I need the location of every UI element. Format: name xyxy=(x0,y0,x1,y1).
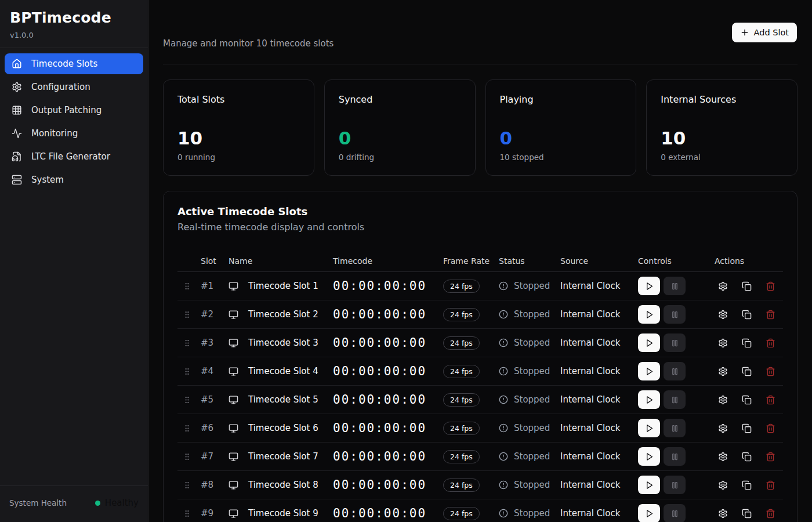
delete-button[interactable] xyxy=(766,423,775,433)
duplicate-button[interactable] xyxy=(742,395,752,405)
alert-circle-icon xyxy=(499,395,508,404)
delete-button[interactable] xyxy=(766,367,775,376)
sidebar-item-timecode-slots[interactable]: Timecode Slots xyxy=(5,53,143,74)
play-button[interactable] xyxy=(638,334,660,352)
slot-name-cell: Timecode Slot 4 xyxy=(224,366,328,376)
drag-handle[interactable] xyxy=(177,310,196,319)
sidebar-item-configuration[interactable]: Configuration xyxy=(5,77,143,97)
sidebar-nav: Timecode Slots Configuration Output Patc… xyxy=(0,48,148,195)
stat-sub: 0 running xyxy=(177,153,300,162)
play-button[interactable] xyxy=(638,476,660,494)
delete-button[interactable] xyxy=(766,395,775,405)
sidebar: BPTimecode v1.0.0 Timecode Slots Configu… xyxy=(0,0,148,522)
play-button[interactable] xyxy=(638,419,660,437)
stat-sub: 0 external xyxy=(661,153,783,162)
stat-card-synced: Synced 0 0 drifting xyxy=(324,79,476,176)
trash-icon xyxy=(766,395,775,405)
drag-handle[interactable] xyxy=(177,282,196,291)
play-button[interactable] xyxy=(638,277,660,295)
pause-button[interactable] xyxy=(664,334,686,352)
drag-handle[interactable] xyxy=(177,367,196,376)
pause-button[interactable] xyxy=(664,362,686,380)
pause-button[interactable] xyxy=(664,390,686,409)
play-icon xyxy=(645,481,654,490)
pause-button[interactable] xyxy=(664,504,686,522)
duplicate-button[interactable] xyxy=(742,480,752,490)
pause-button[interactable] xyxy=(664,447,686,466)
timecode-display: 00:00:00:00 xyxy=(328,279,438,293)
alert-circle-icon xyxy=(499,338,508,347)
settings-button[interactable] xyxy=(718,310,728,320)
status-text: Stopped xyxy=(514,394,550,405)
frame-rate-cell: 24 fps xyxy=(438,478,494,492)
drag-handle[interactable] xyxy=(177,339,196,347)
copy-icon xyxy=(742,423,752,433)
trash-icon xyxy=(766,310,775,320)
pause-button[interactable] xyxy=(664,419,686,437)
status-text: Stopped xyxy=(514,366,550,376)
settings-button[interactable] xyxy=(718,509,728,519)
stat-card-internal-sources: Internal Sources 10 0 external xyxy=(646,79,798,176)
sidebar-item-label: Output Patching xyxy=(31,105,102,115)
column-header-controls: Controls xyxy=(633,256,710,266)
settings-button[interactable] xyxy=(718,480,728,490)
settings-button[interactable] xyxy=(718,395,728,405)
drag-handle[interactable] xyxy=(177,424,196,433)
sidebar-item-output-patching[interactable]: Output Patching xyxy=(5,100,143,121)
delete-button[interactable] xyxy=(766,452,775,462)
settings-button[interactable] xyxy=(718,452,728,462)
status-text: Stopped xyxy=(514,423,550,433)
sidebar-item-monitoring[interactable]: Monitoring xyxy=(5,123,143,144)
delete-button[interactable] xyxy=(766,281,775,291)
duplicate-button[interactable] xyxy=(742,423,752,433)
slot-name-cell: Timecode Slot 3 xyxy=(224,338,328,348)
sidebar-item-ltc-file-generator[interactable]: LTC File Generator xyxy=(5,146,143,167)
play-button[interactable] xyxy=(638,390,660,409)
sidebar-item-system[interactable]: System xyxy=(5,169,143,190)
grip-vertical-icon xyxy=(183,424,191,433)
play-button[interactable] xyxy=(638,305,660,324)
stat-card-total-slots: Total Slots 10 0 running xyxy=(163,79,314,176)
controls-cell xyxy=(633,476,710,494)
stat-cards: Total Slots 10 0 running Synced 0 0 drif… xyxy=(163,79,798,176)
pause-button[interactable] xyxy=(664,305,686,324)
duplicate-button[interactable] xyxy=(742,452,752,462)
duplicate-button[interactable] xyxy=(742,367,752,376)
drag-handle[interactable] xyxy=(177,509,196,518)
settings-button[interactable] xyxy=(718,423,728,433)
drag-handle[interactable] xyxy=(177,452,196,461)
server-icon xyxy=(12,175,22,185)
delete-button[interactable] xyxy=(766,509,775,519)
delete-button[interactable] xyxy=(766,480,775,490)
duplicate-button[interactable] xyxy=(742,281,752,291)
table-row: #5 Timecode Slot 5 00:00:00:00 24 fps St… xyxy=(177,386,783,414)
settings-button[interactable] xyxy=(718,338,728,348)
table-header-row: Slot Name Timecode Frame Rate Status Sou… xyxy=(177,250,783,272)
app-version: v1.0.0 xyxy=(10,31,139,39)
pause-button[interactable] xyxy=(664,476,686,494)
duplicate-button[interactable] xyxy=(742,509,752,519)
pause-button[interactable] xyxy=(664,277,686,295)
table-body: #1 Timecode Slot 1 00:00:00:00 24 fps St… xyxy=(177,272,783,522)
slot-name-cell: Timecode Slot 2 xyxy=(224,309,328,320)
play-button[interactable] xyxy=(638,447,660,466)
column-header-timecode: Timecode xyxy=(328,256,438,266)
delete-button[interactable] xyxy=(766,310,775,320)
settings-button[interactable] xyxy=(718,281,728,291)
duplicate-button[interactable] xyxy=(742,310,752,320)
play-button[interactable] xyxy=(638,362,660,380)
pause-icon xyxy=(670,282,679,291)
drag-handle[interactable] xyxy=(177,481,196,490)
table-subtitle: Real-time timecode display and controls xyxy=(177,222,783,233)
duplicate-button[interactable] xyxy=(742,338,752,348)
play-icon xyxy=(645,424,654,433)
copy-icon xyxy=(742,452,752,462)
settings-button[interactable] xyxy=(718,367,728,376)
play-button[interactable] xyxy=(638,504,660,522)
drag-handle[interactable] xyxy=(177,396,196,404)
add-slot-button[interactable]: Add Slot xyxy=(732,23,797,42)
frame-rate-cell: 24 fps xyxy=(438,280,494,293)
stat-sub: 0 drifting xyxy=(339,153,461,162)
delete-button[interactable] xyxy=(766,338,775,348)
controls-cell xyxy=(633,334,710,352)
